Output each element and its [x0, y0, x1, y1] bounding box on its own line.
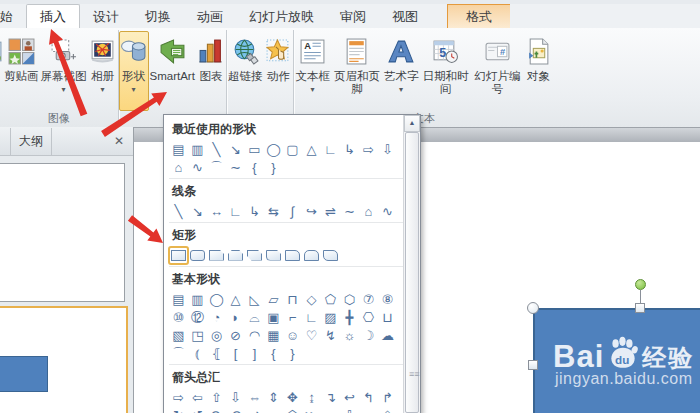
dropdown-arrow-icon[interactable]: ▾ [399, 85, 403, 94]
dropdown-scrollbar[interactable]: ▲ ≡≡ [403, 115, 420, 413]
日期和时间-button[interactable]: 5日期和时间 [419, 31, 471, 111]
l-shape[interactable]: ∟ [302, 309, 321, 326]
folded-corner[interactable]: ▦ [264, 327, 283, 344]
超链接-button[interactable]: 超链接 [227, 31, 264, 111]
decagon[interactable]: ⑩ [169, 309, 188, 326]
rectangle[interactable]: ▭ [245, 141, 264, 158]
diagonal-stripe[interactable]: ▨ [321, 309, 340, 326]
vertical-text-box[interactable]: ▥ [188, 141, 207, 158]
arc[interactable]: ⌒ [207, 159, 226, 176]
inserted-rectangle-shape[interactable]: Bai du 经验 jingyan.baidu.com [533, 308, 700, 413]
left-up-arrow[interactable]: ↰ [359, 389, 378, 406]
tab-切换[interactable]: 切换 [132, 5, 184, 28]
left-bracket[interactable]: [ [226, 345, 245, 362]
chord[interactable]: ◗ [226, 309, 245, 326]
line[interactable]: ╲ [207, 141, 226, 158]
right-triangle[interactable]: ◺ [245, 291, 264, 308]
right-brace[interactable]: } [264, 159, 283, 176]
cloud[interactable]: ☁ [378, 327, 397, 344]
isosceles-triangle[interactable]: △ [226, 291, 245, 308]
round-single-corner-rectangle[interactable] [283, 247, 302, 264]
curve[interactable]: ∼ [226, 159, 245, 176]
down-arrow-callout[interactable]: ⇩ [340, 407, 359, 413]
elbow-arrow-connector[interactable]: ↳ [340, 141, 359, 158]
left-arrow-callout[interactable]: ⇦ [359, 407, 378, 413]
tab-开始[interactable]: 开始 [0, 5, 26, 28]
freeform[interactable]: ⌂ [359, 203, 378, 220]
rounded-rectangle[interactable] [188, 247, 207, 264]
文本框-button[interactable]: A文本框▾ [294, 31, 331, 111]
scribble[interactable]: ∿ [378, 203, 397, 220]
heptagon[interactable]: ⑦ [359, 291, 378, 308]
curved-up-arrow[interactable]: ↷ [207, 407, 226, 413]
bent-arrow[interactable]: ↴ [321, 389, 340, 406]
tab-视图[interactable]: 视图 [379, 5, 431, 28]
right-brace[interactable]: } [283, 345, 302, 362]
heart[interactable]: ♡ [302, 327, 321, 344]
curved-down-arrow[interactable]: ↶ [226, 407, 245, 413]
pentagon-arrow[interactable]: ⬠ [283, 407, 302, 413]
corner-resize-handle[interactable] [527, 302, 539, 314]
up-arrow[interactable]: ⇧ [207, 389, 226, 406]
line-arrow[interactable]: ↘ [188, 203, 207, 220]
tab-审阅[interactable]: 审阅 [327, 5, 379, 28]
round-diagonal-corner-rectangle[interactable] [321, 247, 340, 264]
smiley-face[interactable]: ☺ [283, 327, 302, 344]
isosceles-triangle[interactable]: △ [302, 141, 321, 158]
页眉和页脚-button[interactable]: 页眉和页脚 [331, 31, 383, 111]
curved-arrow-connector[interactable]: ↪ [302, 203, 321, 220]
scroll-up-button[interactable]: ▲ [404, 115, 420, 132]
right-block-arrow[interactable]: ⇨ [359, 141, 378, 158]
艺术字-button[interactable]: 艺术字▾ [383, 31, 420, 111]
scrollbar-thumb[interactable]: ≡≡ [405, 132, 419, 413]
left-right-up-arrow[interactable]: ↨ [302, 389, 321, 406]
屏幕截图-button[interactable]: 屏幕截图▾ [40, 31, 88, 111]
rectangle[interactable] [169, 247, 188, 264]
形状-button[interactable]: 形状▾ [119, 31, 149, 111]
up-arrow-callout[interactable]: ⇧ [378, 407, 397, 413]
left-right-arrow[interactable]: ⇔ [245, 389, 264, 406]
curve[interactable]: ∼ [340, 203, 359, 220]
bent-up-arrow[interactable]: ↱ [378, 389, 397, 406]
round-same-side-corner-rectangle[interactable] [302, 247, 321, 264]
left-brace[interactable]: { [264, 345, 283, 362]
slide-thumbnail-2-selected[interactable] [0, 306, 128, 413]
幻灯片编号-button[interactable]: #幻灯片编号 [471, 31, 523, 111]
left-resize-handle[interactable] [528, 360, 538, 370]
double-bracket[interactable]: ⦅ [188, 345, 207, 362]
elbow-connector[interactable]: ∟ [321, 141, 340, 158]
slide-thumbnail-1[interactable] [0, 163, 125, 302]
line-double-arrow[interactable]: ↔ [207, 203, 226, 220]
sun[interactable]: ☼ [340, 327, 359, 344]
striped-right-arrow[interactable]: ⇉ [245, 407, 264, 413]
tab-幻灯片放映[interactable]: 幻灯片放映 [236, 5, 327, 28]
regular-pentagon[interactable]: ⬠ [321, 291, 340, 308]
curved-left-arrow[interactable]: ↺ [188, 407, 207, 413]
donut[interactable]: ◎ [207, 327, 226, 344]
curved-double-arrow-connector[interactable]: ⇌ [321, 203, 340, 220]
snip-single-corner-rectangle[interactable] [207, 247, 226, 264]
top-resize-handle[interactable] [635, 303, 645, 313]
snip-and-round-single-corner-rectangle[interactable] [264, 247, 283, 264]
can[interactable]: ⊔ [378, 309, 397, 326]
chevron[interactable]: ≫ [302, 407, 321, 413]
tab-插入[interactable]: 插入 [26, 4, 80, 28]
对象-button[interactable]: 对象 [523, 31, 553, 111]
trapezoid[interactable]: ⊓ [283, 291, 302, 308]
bevel[interactable]: ◳ [188, 327, 207, 344]
arrow[interactable]: ↘ [226, 141, 245, 158]
scribble[interactable]: ∿ [188, 159, 207, 176]
elbow-double-arrow-connector[interactable]: ⇆ [264, 203, 283, 220]
curved-connector[interactable]: ∫ [283, 203, 302, 220]
图表-button[interactable]: 图表 [196, 31, 226, 111]
no-symbol[interactable]: ⊘ [226, 327, 245, 344]
slides-tab-clipped[interactable] [0, 128, 11, 155]
剪贴画-button[interactable]: 剪贴画 [3, 31, 40, 111]
octagon[interactable]: ⑧ [378, 291, 397, 308]
dodecagon[interactable]: ⑫ [188, 309, 207, 326]
notched-right-arrow[interactable]: ⇒ [264, 407, 283, 413]
teardrop[interactable]: ⌓ [245, 309, 264, 326]
half-frame[interactable]: ⌐ [283, 309, 302, 326]
tab-动画[interactable]: 动画 [184, 5, 236, 28]
snip-diagonal-corner-rectangle[interactable] [245, 247, 264, 264]
